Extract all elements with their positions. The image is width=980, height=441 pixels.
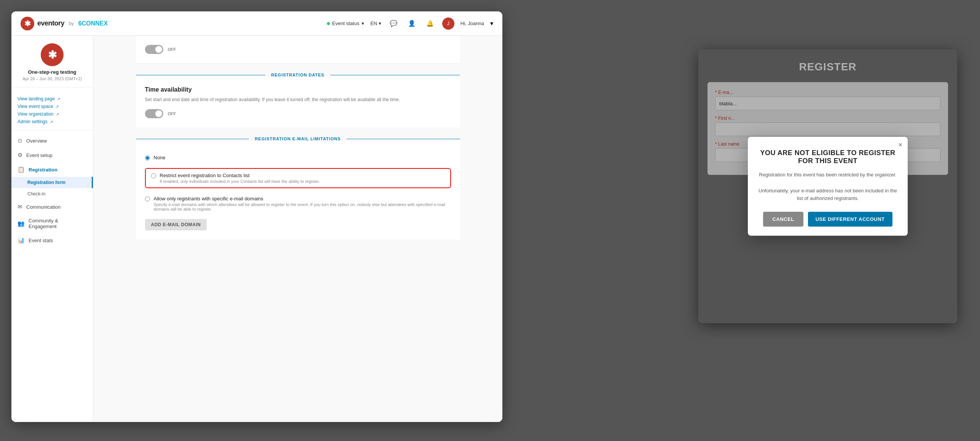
registration-form-label: Registration form [27, 180, 65, 185]
user-name-label[interactable]: Hi, Joanna [461, 21, 484, 26]
view-landing-page-link[interactable]: View landing page [18, 95, 87, 103]
org-name-label: One-step-reg testing [18, 69, 87, 75]
registration-dates-title: REGISTRATION DATES [265, 73, 331, 77]
radio-contacts-input[interactable] [151, 173, 156, 178]
toggle-1[interactable] [145, 45, 163, 54]
top-toggle-section: OFF [136, 36, 460, 63]
modal-body-line1: Registration for this event has been res… [759, 172, 896, 178]
radio-option-none: None [145, 150, 451, 165]
checkin-label: Check-in [27, 191, 45, 197]
org-info: ✱ One-step-reg testing Apr 26 – Jun 30, … [11, 43, 93, 87]
modal-actions: CANCEL USE DIFFERENT ACCOUNT [759, 212, 897, 227]
app-layout: ✱ One-step-reg testing Apr 26 – Jun 30, … [11, 36, 502, 422]
registration-icon: 📋 [18, 166, 25, 173]
sidebar-item-registration-form[interactable]: Registration form [11, 177, 93, 188]
language-selector[interactable]: EN ▾ [370, 21, 381, 26]
connex-logo: 6CONNEX [78, 20, 108, 27]
user-chevron-icon: ▾ [490, 20, 493, 27]
content-inner: OFF REGISTRATION DATES Time availability… [127, 36, 469, 255]
sidebar-item-checkin[interactable]: Check-in [11, 188, 93, 200]
radio-domains-desc: Specify e-mail domains with which attend… [154, 202, 451, 211]
radio-option-contacts: Restrict event registration to Contacts … [151, 173, 445, 184]
logo-text: eventory [37, 19, 64, 27]
toggle-2[interactable] [145, 109, 163, 118]
radio-contacts-content: Restrict event registration to Contacts … [160, 173, 320, 184]
top-right-area: Event status ▾ EN ▾ 💬 👤 🔔 J Hi, Joanna ▾ [327, 17, 493, 30]
sidebar-item-registration[interactable]: 📋 Registration [11, 162, 93, 177]
community-icon: 👥 [18, 220, 25, 227]
sidebar-item-overview[interactable]: ⊙ Overview [11, 133, 93, 148]
logo-icon: ✱ [21, 17, 34, 30]
org-links: View landing page View event space View … [11, 92, 93, 130]
radio-none-content: None [154, 155, 166, 160]
divider-line-left-2 [136, 139, 249, 139]
modal-close-button[interactable]: × [898, 141, 902, 148]
modal-body: Registration for this event has been res… [759, 171, 897, 203]
not-eligible-modal: × YOU ARE NOT ELIGIBLE TO REGISTER FOR T… [748, 137, 908, 236]
contacts-icon-button[interactable]: 👤 [406, 17, 418, 30]
radio-none-label: None [154, 155, 166, 160]
event-setup-icon: ⚙ [18, 152, 22, 159]
sidebar-item-community[interactable]: 👥 Community & Engagement [11, 214, 93, 233]
email-limitations-section: None Restrict event registration to Cont… [136, 141, 460, 240]
sidebar-item-label: Community & Engagement [29, 218, 87, 229]
chat-icon-button[interactable]: 💬 [387, 17, 400, 30]
sidebar-item-label: Event stats [29, 238, 53, 243]
notifications-icon-button[interactable]: 🔔 [424, 17, 436, 30]
toggle-row-1: OFF [145, 45, 451, 54]
communication-icon: ✉ [18, 203, 22, 210]
view-organization-link[interactable]: View organization [18, 110, 87, 118]
logo-area: ✱ eventory by 6CONNEX [21, 17, 108, 30]
avatar: J [442, 17, 454, 30]
contacts-option-box: Restrict event registration to Contacts … [145, 168, 451, 188]
divider-line-right [330, 75, 460, 75]
org-logo-icon: ✱ [41, 43, 64, 66]
registration-dates-divider: REGISTRATION DATES [136, 73, 460, 77]
sidebar-item-label: Registration [29, 167, 57, 173]
modal-title: YOU ARE NOT ELIGIBLE TO REGISTER FOR THI… [759, 149, 897, 165]
radio-contacts-desc: If enabled, only individuals included in… [160, 179, 320, 184]
lang-label: EN [370, 21, 377, 26]
time-availability-section: Time availability Set start and end date… [136, 77, 460, 127]
event-status-button[interactable]: Event status ▾ [327, 21, 365, 26]
view-event-space-link[interactable]: View event space [18, 103, 87, 110]
toggle-row-2: OFF [145, 109, 451, 118]
event-status-label: Event status [332, 21, 360, 26]
sidebar-item-label: Event setup [26, 152, 53, 158]
lang-chevron-icon: ▾ [379, 21, 381, 26]
sidebar-item-communication[interactable]: ✉ Communication [11, 200, 93, 214]
radio-domains-input[interactable] [145, 197, 150, 201]
time-availability-heading: Time availability [145, 86, 451, 93]
modal-overlay: × YOU ARE NOT ELIGIBLE TO REGISTER FOR T… [698, 49, 957, 323]
time-availability-desc: Set start and end date and time of regis… [145, 96, 451, 103]
overview-icon: ⊙ [18, 137, 22, 144]
radio-contacts-label: Restrict event registration to Contacts … [160, 173, 320, 178]
radio-domains-content: Allow only registrants with specific e-m… [154, 196, 451, 211]
main-content: OFF REGISTRATION DATES Time availability… [93, 36, 502, 422]
status-dot-icon [327, 22, 330, 25]
register-window: REGISTER * E-ma... * First n... * Last n… [698, 49, 957, 323]
register-bg: REGISTER * E-ma... * First n... * Last n… [698, 49, 957, 323]
radio-option-domains: Allow only registrants with specific e-m… [145, 191, 451, 216]
add-email-domain-button[interactable]: ADD E-MAIL DOMAIN [145, 219, 207, 230]
radio-none-input[interactable] [145, 155, 150, 160]
use-different-account-button[interactable]: USE DIFFERENT ACCOUNT [808, 212, 892, 227]
logo-by-text: by [69, 21, 74, 26]
cancel-button[interactable]: CANCEL [763, 212, 803, 227]
top-bar: ✱ eventory by 6CONNEX Event status ▾ EN … [11, 11, 502, 36]
toggle-2-label: OFF [168, 111, 176, 116]
sidebar: ✱ One-step-reg testing Apr 26 – Jun 30, … [11, 36, 93, 422]
sidebar-item-event-setup[interactable]: ⚙ Event setup [11, 148, 93, 162]
email-limitations-title: REGISTRATION E-MAIL LIMITATIONS [249, 136, 347, 141]
main-browser-window: ✱ eventory by 6CONNEX Event status ▾ EN … [11, 11, 502, 422]
radio-domains-label: Allow only registrants with specific e-m… [154, 196, 451, 201]
sidebar-item-label: Communication [26, 204, 61, 210]
sidebar-item-label: Overview [26, 138, 47, 144]
sidebar-item-event-stats[interactable]: 📊 Event stats [11, 233, 93, 247]
toggle-1-label: OFF [168, 47, 176, 52]
org-date-label: Apr 26 – Jun 30, 2023 (GMT+2) [18, 76, 87, 81]
divider-line-right-2 [347, 139, 460, 139]
stats-icon: 📊 [18, 237, 25, 244]
admin-settings-link[interactable]: Admin settings [18, 118, 87, 125]
divider-line-left [136, 75, 265, 75]
